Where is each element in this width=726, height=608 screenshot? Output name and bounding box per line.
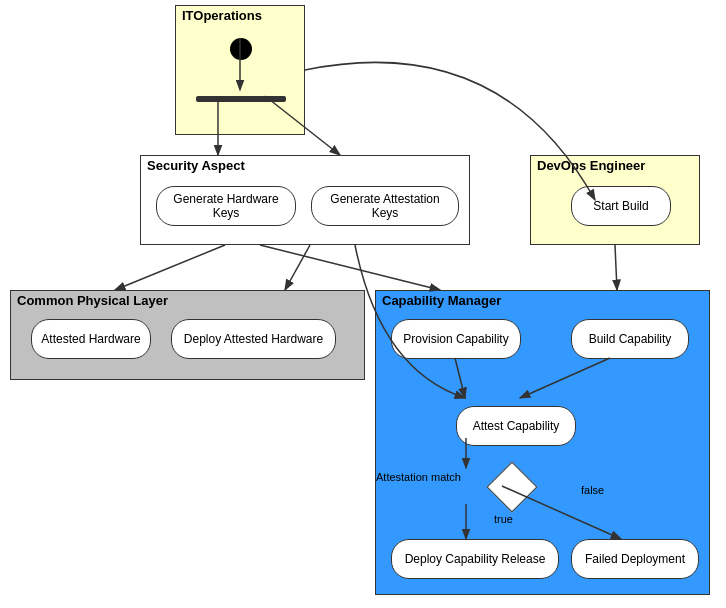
sync-bar [196, 96, 286, 102]
deploy-capability-release-node: Deploy Capability Release [391, 539, 559, 579]
security-label: Security Aspect [147, 158, 245, 173]
svg-line-6 [260, 245, 440, 290]
attestation-match-label: Attestation match [376, 471, 461, 483]
physical-label: Common Physical Layer [17, 293, 168, 308]
devops-label: DevOps Engineer [537, 158, 645, 173]
start-build-node: Start Build [571, 186, 671, 226]
generate-attestation-keys-node: Generate Attestation Keys [311, 186, 459, 226]
false-label: false [581, 484, 604, 496]
decision-diamond [487, 462, 538, 513]
svg-line-5 [285, 245, 310, 290]
svg-line-4 [115, 245, 225, 290]
generate-hardware-keys-node: Generate Hardware Keys [156, 186, 296, 226]
deploy-attested-hardware-node: Deploy Attested Hardware [171, 319, 336, 359]
swimlane-itops: ITOperations [175, 5, 305, 135]
itops-label: ITOperations [182, 8, 262, 23]
swimlane-devops: DevOps Engineer Start Build [530, 155, 700, 245]
build-capability-node: Build Capability [571, 319, 689, 359]
swimlane-capability: Capability Manager Provision Capability … [375, 290, 710, 595]
attested-hardware-node: Attested Hardware [31, 319, 151, 359]
swimlane-physical: Common Physical Layer Attested Hardware … [10, 290, 365, 380]
failed-deployment-node: Failed Deployment [571, 539, 699, 579]
svg-line-7 [615, 245, 617, 290]
diagram-container: ITOperations Security Aspect Generate Ha… [0, 0, 726, 608]
attest-capability-node: Attest Capability [456, 406, 576, 446]
swimlane-security: Security Aspect Generate Hardware Keys G… [140, 155, 470, 245]
capability-label: Capability Manager [382, 293, 501, 308]
start-node [230, 38, 252, 60]
true-label: true [494, 513, 513, 525]
provision-capability-node: Provision Capability [391, 319, 521, 359]
